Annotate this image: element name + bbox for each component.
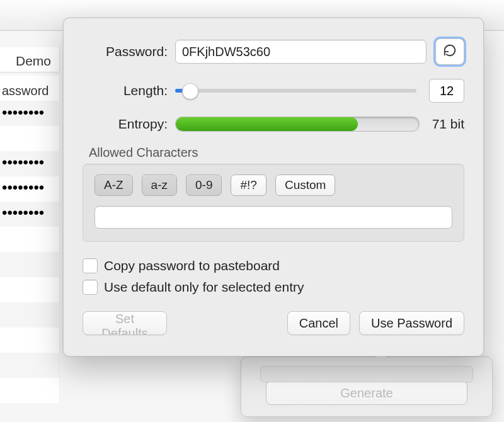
password-input[interactable] <box>175 40 427 64</box>
column-header-password: assword <box>2 84 49 98</box>
length-slider[interactable] <box>175 89 416 93</box>
use-password-button[interactable]: Use Password <box>359 311 464 335</box>
entropy-value: 71 bit <box>432 117 464 132</box>
generate-button[interactable]: Generate <box>266 381 467 405</box>
generate-popover: Generate <box>241 356 493 417</box>
allowed-characters-label: Allowed Characters <box>89 145 464 160</box>
table-row[interactable]: •••••••• <box>2 179 44 197</box>
table-row[interactable]: •••••••• <box>2 154 44 171</box>
toggle-uppercase[interactable]: A-Z <box>94 174 133 196</box>
table-row[interactable]: •••••••• <box>2 104 44 122</box>
toggle-digits[interactable]: 0-9 <box>186 174 222 196</box>
toggle-symbols[interactable]: #!? <box>231 174 266 196</box>
password-label: Password: <box>83 44 175 59</box>
regenerate-button[interactable] <box>435 38 464 65</box>
copy-to-pasteboard-label[interactable]: Copy password to pasteboard <box>104 258 280 273</box>
password-generator-popover: Password: Length: Entropy: <box>63 18 484 356</box>
custom-characters-input[interactable] <box>94 206 452 229</box>
toggle-lowercase[interactable]: a-z <box>142 174 177 196</box>
cancel-button[interactable]: Cancel <box>287 311 350 335</box>
set-defaults-button[interactable]: Set Defaults <box>83 311 167 335</box>
generate-toolbar <box>260 366 473 382</box>
entropy-label: Entropy: <box>83 117 175 132</box>
use-default-selected-checkbox[interactable] <box>83 280 98 295</box>
table-row[interactable]: •••••••• <box>2 204 44 222</box>
length-input[interactable] <box>429 79 464 103</box>
tab-demo[interactable]: Demo <box>16 54 51 69</box>
copy-to-pasteboard-checkbox[interactable] <box>83 258 98 273</box>
toggle-custom[interactable]: Custom <box>275 174 335 196</box>
entropy-meter <box>175 117 420 132</box>
use-default-selected-label[interactable]: Use default only for selected entry <box>104 280 304 295</box>
refresh-icon <box>443 43 457 60</box>
allowed-characters-group: A-Z a-z 0-9 #!? Custom <box>83 164 464 242</box>
length-label: Length: <box>83 83 175 98</box>
